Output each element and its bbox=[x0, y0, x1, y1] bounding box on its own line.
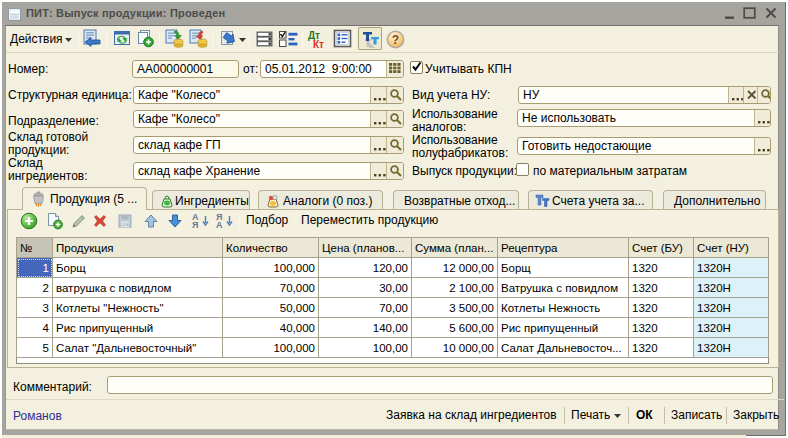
svg-text:?: ? bbox=[392, 33, 399, 47]
svg-text:СОК: СОК bbox=[121, 222, 130, 227]
